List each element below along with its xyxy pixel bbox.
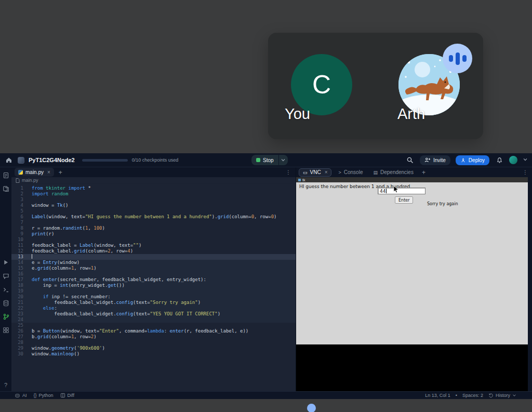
code-line[interactable]: 30window.mainloop()	[11, 351, 296, 357]
extensions-grid-icon[interactable]	[2, 326, 9, 334]
stop-dropdown-icon[interactable]	[278, 155, 288, 165]
ai-chip-icon	[15, 393, 20, 398]
code-text: b.grid(column=1, row=2)	[28, 334, 97, 340]
code-line[interactable]: 28	[11, 340, 296, 345]
tk-entry-field[interactable]: 44	[378, 188, 425, 194]
code-line[interactable]: 6Label(window, text="HI guess the number…	[11, 214, 296, 220]
deploy-button[interactable]: Deploy	[456, 155, 489, 165]
language-indicator[interactable]: {} Python	[34, 393, 54, 398]
participant-name-arth: Arth	[397, 105, 425, 123]
panel-tab-dependencies[interactable]: ▤Dependencies	[369, 168, 417, 177]
code-line[interactable]: 24	[11, 317, 296, 323]
speaking-indicator-icon	[443, 44, 472, 73]
code-line[interactable]: 9print(r)	[11, 231, 296, 237]
new-tab-button[interactable]: +	[57, 169, 64, 176]
vnc-desktop-background	[296, 344, 528, 391]
files-icon[interactable]	[2, 171, 9, 179]
notifications-bell-icon[interactable]	[495, 155, 504, 165]
panel-tab-vnc[interactable]: ▭VNC×	[299, 168, 331, 177]
editor-caret	[32, 254, 32, 259]
repl-icon	[18, 157, 24, 164]
code-line[interactable]: 1from tkinter import *	[11, 185, 296, 191]
code-line[interactable]: 27b.grid(column=1, row=2)	[11, 334, 296, 340]
cursor-position[interactable]: Ln 13, Col 1	[425, 393, 450, 398]
user-avatar[interactable]	[509, 156, 517, 164]
spaces-indicator[interactable]: Spaces: 2	[462, 393, 483, 398]
code-line[interactable]: 13	[11, 254, 296, 260]
code-line[interactable]: 4window = Tk()	[11, 203, 296, 208]
code-line[interactable]: 15e.grid(column=1, row=1)	[11, 265, 296, 271]
code-line[interactable]: 23 feedback_label_widget.config(text="YE…	[11, 311, 296, 317]
code-text	[28, 340, 32, 345]
code-line[interactable]: 5	[11, 208, 296, 214]
tk-icon	[298, 179, 301, 181]
code-line[interactable]: 3	[11, 197, 296, 203]
code-line[interactable]: 26b = Button(window, text="Enter", comma…	[11, 328, 296, 334]
history-button[interactable]: History	[488, 393, 516, 398]
checkpoints-text: 0/10 checkpoints used	[132, 157, 179, 163]
breadcrumb[interactable]: main.py	[11, 177, 296, 184]
line-number: 30	[11, 351, 28, 357]
code-text: window = Tk()	[28, 203, 68, 208]
home-icon[interactable]	[4, 155, 14, 165]
code-line[interactable]: 16	[11, 271, 296, 277]
account-chevron-icon[interactable]	[523, 157, 528, 163]
editor-menu-icon[interactable]: ⋮	[284, 169, 292, 175]
code-text: window.mainloop()	[28, 351, 79, 357]
code-line[interactable]: 10	[11, 237, 296, 243]
code-line[interactable]: 17def enter(secret_number, feedback_labe…	[11, 277, 296, 283]
panel-tab-console[interactable]: >Console	[335, 168, 366, 177]
pages-icon[interactable]	[2, 185, 9, 192]
code-line[interactable]: 25	[11, 323, 296, 328]
panel-menu-icon[interactable]: ⋮	[521, 169, 529, 175]
code-line[interactable]: 19	[11, 288, 296, 294]
code-text: Label(window, text="HI guess the number …	[28, 214, 276, 220]
shell-icon[interactable]	[2, 286, 9, 293]
close-tab-icon[interactable]: ×	[325, 169, 328, 175]
panel-tab-label: VNC	[310, 169, 321, 175]
braces-icon: {}	[34, 393, 37, 398]
invite-button[interactable]: Invite	[420, 155, 450, 165]
database-icon[interactable]	[2, 299, 9, 307]
code-line[interactable]: 20 if inp != secret_number:	[11, 294, 296, 300]
chat-icon[interactable]	[2, 272, 9, 280]
display-icon: ▭	[303, 170, 308, 175]
diff-toggle[interactable]: Diff	[60, 393, 74, 398]
diff-icon	[60, 393, 65, 398]
code-line[interactable]: 22 else:	[11, 305, 296, 311]
add-panel-tab-button[interactable]: +	[420, 169, 427, 176]
code-line[interactable]: 29window.geometry('900x600')	[11, 345, 296, 351]
code-text: b = Button(window, text="Enter", command…	[28, 328, 248, 334]
line-number: 16	[11, 271, 28, 277]
code-line[interactable]: 12feedback_label.grid(column=2, row=4)	[11, 248, 296, 254]
code-line[interactable]: 2import random	[11, 191, 296, 197]
close-tab-icon[interactable]: ×	[47, 169, 50, 175]
code-line[interactable]: 7	[11, 220, 296, 225]
diff-label: Diff	[68, 393, 74, 398]
repl-name[interactable]: PyT1C2G4Node2	[29, 157, 75, 163]
tab-main-py[interactable]: main.py ×	[15, 168, 54, 177]
run-icon[interactable]	[2, 259, 9, 266]
code-lines[interactable]: 1from tkinter import *2import random34wi…	[11, 184, 296, 391]
code-line[interactable]: 21 feedback_label_widget.config(text="So…	[11, 300, 296, 305]
ai-toggle[interactable]: AI	[15, 393, 27, 398]
code-line[interactable]: 18 inp = int(entry_widget.get())	[11, 283, 296, 288]
code-text	[28, 254, 32, 260]
code-text: from tkinter import *	[28, 185, 91, 191]
git-branch-icon[interactable]	[2, 313, 9, 320]
search-icon[interactable]	[405, 155, 415, 165]
vnc-viewport[interactable]: tk HI guess the number between 1 and a h…	[296, 177, 532, 391]
breadcrumb-label: main.py	[22, 178, 38, 183]
help-icon[interactable]: ?	[4, 382, 7, 388]
panel-tab-bar-row: ▭VNC×>Console▤Dependencies + ⋮	[296, 167, 532, 177]
code-line[interactable]: 11feedback_label = Label(window, text=""…	[11, 243, 296, 248]
code-line[interactable]: 14e = Entry(window)	[11, 260, 296, 265]
participant-tile-you[interactable]: C You	[268, 33, 376, 139]
code-line[interactable]: 8r = random.randint(1, 100)	[11, 225, 296, 231]
tk-enter-button[interactable]: Enter	[395, 196, 413, 204]
avatar-initial: C	[312, 70, 331, 100]
code-text	[28, 220, 32, 225]
stop-button[interactable]: Stop	[251, 155, 278, 165]
line-number: 20	[11, 294, 28, 300]
code-text	[28, 237, 32, 243]
